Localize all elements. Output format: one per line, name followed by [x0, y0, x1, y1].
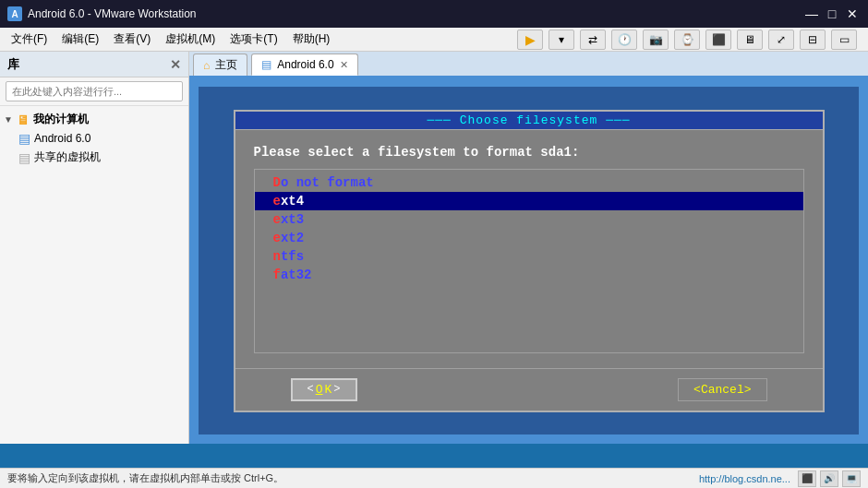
window-controls: — □ ✕	[803, 6, 861, 22]
sidebar-search-input[interactable]	[6, 81, 183, 101]
toolbar-monitor-btn[interactable]: ▭	[831, 30, 857, 50]
list-item-rest: xt4	[281, 194, 304, 208]
status-icon-3: 💻	[842, 470, 861, 487]
tab-android[interactable]: ▤ Android 6.0 ✕	[251, 54, 357, 76]
main-layout: 库 ✕ ▼ 🖥 我的计算机 ▤ Android 6.0 ▤ 共享的虚拟机	[0, 52, 868, 444]
sidebar-header: 库 ✕	[0, 52, 188, 77]
toolbar-dropdown-btn[interactable]: ▾	[549, 30, 574, 50]
menu-bar: 文件(F) 编辑(E) 查看(V) 虚拟机(M) 选项卡(T) 帮助(H) ▶ …	[0, 28, 868, 52]
maximize-button[interactable]: □	[824, 6, 840, 22]
ok-left-arrow: <	[307, 383, 314, 396]
filesystem-dialog: ─── Choose filesystem ─── Please select …	[234, 110, 825, 412]
tree-item-label: Android 6.0	[34, 132, 90, 145]
tab-home-label: 主页	[215, 57, 237, 73]
list-item-rest: xt3	[281, 212, 304, 227]
menu-view[interactable]: 查看(V)	[106, 30, 158, 49]
vm-icon: ▤	[18, 131, 30, 146]
shared-icon: ▤	[18, 150, 30, 165]
toolbar-send-btn[interactable]: ⇄	[580, 30, 606, 50]
tree-item-label: 共享的虚拟机	[34, 149, 101, 165]
tab-close-button[interactable]: ✕	[340, 59, 348, 71]
status-icon-2: 🔊	[820, 470, 838, 487]
toolbar-display-btn[interactable]: 🖥	[737, 30, 763, 50]
toolbar-time-btn[interactable]: 🕐	[611, 30, 637, 50]
toolbar: ▶ ▾ ⇄ 🕐 📷 ⌚ ⬛ 🖥 ⤢ ⊟ ▭	[517, 30, 864, 50]
sidebar: 库 ✕ ▼ 🖥 我的计算机 ▤ Android 6.0 ▤ 共享的虚拟机	[0, 52, 189, 444]
list-item-rest: xt2	[281, 231, 304, 245]
dialog-title: ─── Choose filesystem ───	[235, 112, 823, 130]
toolbar-screen-btn[interactable]: ⬛	[705, 30, 731, 50]
menu-edit[interactable]: 编辑(E)	[54, 30, 106, 49]
title-bar: A Android 6.0 - VMware Workstation — □ ✕	[0, 0, 868, 28]
status-icons: ⬛ 🔊 💻	[798, 470, 861, 487]
toolbar-usb-btn[interactable]: ⊟	[800, 30, 826, 50]
list-item-first-char: e	[273, 194, 281, 208]
toolbar-clock-btn[interactable]: ⌚	[674, 30, 700, 50]
menu-tab[interactable]: 选项卡(T)	[223, 30, 284, 49]
ok-right-arrow: >	[333, 383, 340, 396]
tab-bar: ⌂ 主页 ▤ Android 6.0 ✕	[189, 52, 868, 77]
home-icon: ⌂	[203, 59, 210, 72]
ok-button[interactable]: < O K >	[291, 378, 357, 401]
vm-screen: ─── Choose filesystem ─── Please select …	[199, 87, 859, 434]
menu-file[interactable]: 文件(F)	[4, 30, 54, 49]
sidebar-tree: ▼ 🖥 我的计算机 ▤ Android 6.0 ▤ 共享的虚拟机	[0, 106, 188, 444]
list-item-rest: o not format	[281, 175, 374, 190]
list-item-first-char: n	[273, 249, 281, 264]
list-item-ntfs[interactable]: ntfs	[255, 247, 803, 266]
tab-android-label: Android 6.0	[277, 58, 333, 71]
sidebar-title: 库	[7, 56, 19, 73]
list-item-first-char: e	[273, 231, 281, 245]
ok-label: O	[316, 383, 323, 397]
list-item-first-char: D	[273, 175, 281, 190]
window-title: Android 6.0 - VMware Workstation	[28, 7, 798, 20]
list-item-ext2[interactable]: ext2	[255, 229, 803, 247]
dialog-prompt: Please select a filesystem to format sda…	[254, 145, 804, 160]
vm-tab-icon: ▤	[261, 58, 271, 71]
menu-help[interactable]: 帮助(H)	[285, 30, 338, 49]
list-item-first-char: f	[273, 268, 281, 282]
list-item-fat32[interactable]: fat32	[255, 266, 803, 284]
tree-expand-arrow: ▼	[4, 114, 13, 125]
filesystem-list[interactable]: Do not format ext4 ext3	[254, 169, 804, 353]
status-url: http://blog.csdn.ne...	[699, 473, 790, 484]
vm-content[interactable]: ─── Choose filesystem ─── Please select …	[189, 77, 868, 444]
status-icon-1: ⬛	[798, 470, 816, 487]
minimize-button[interactable]: —	[803, 6, 820, 22]
tab-home[interactable]: ⌂ 主页	[193, 54, 247, 76]
app-icon: A	[7, 6, 22, 21]
tree-item-label: 我的计算机	[33, 112, 89, 127]
list-item-ext3[interactable]: ext3	[255, 210, 803, 229]
cancel-button[interactable]: <Cancel>	[678, 378, 766, 401]
dialog-footer: < O K > <Cancel>	[235, 368, 823, 411]
close-button[interactable]: ✕	[844, 6, 861, 22]
status-bar: 要将输入定向到该虚拟机，请在虚拟机内部单击或按 Ctrl+G。 http://b…	[0, 468, 868, 488]
toolbar-resize-btn[interactable]: ⤢	[768, 30, 794, 50]
status-right: http://blog.csdn.ne... ⬛ 🔊 💻	[699, 470, 861, 487]
menu-vm[interactable]: 虚拟机(M)	[158, 30, 223, 49]
sidebar-search-container	[0, 77, 188, 106]
tree-item-android[interactable]: ▤ Android 6.0	[0, 129, 188, 148]
list-item-first-char: e	[273, 212, 281, 227]
toolbar-snapshot-btn[interactable]: 📷	[643, 30, 669, 50]
status-left-text: 要将输入定向到该虚拟机，请在虚拟机内部单击或按 Ctrl+G。	[7, 471, 283, 485]
list-item-no-format[interactable]: Do not format	[255, 173, 803, 192]
list-item-ext4[interactable]: ext4	[255, 192, 803, 210]
folder-icon: 🖥	[17, 113, 30, 127]
sidebar-close-button[interactable]: ✕	[170, 57, 181, 72]
content-area: ⌂ 主页 ▤ Android 6.0 ✕ ─── Choose filesyst…	[189, 52, 868, 444]
toolbar-power-btn[interactable]: ▶	[517, 30, 543, 50]
dialog-body: Please select a filesystem to format sda…	[235, 130, 823, 368]
tree-item-my-computer[interactable]: ▼ 🖥 我的计算机	[0, 110, 188, 129]
cancel-label: <Cancel>	[693, 383, 751, 397]
list-item-rest: tfs	[281, 249, 304, 264]
list-item-rest: at32	[281, 268, 312, 282]
tree-item-shared[interactable]: ▤ 共享的虚拟机	[0, 148, 188, 167]
